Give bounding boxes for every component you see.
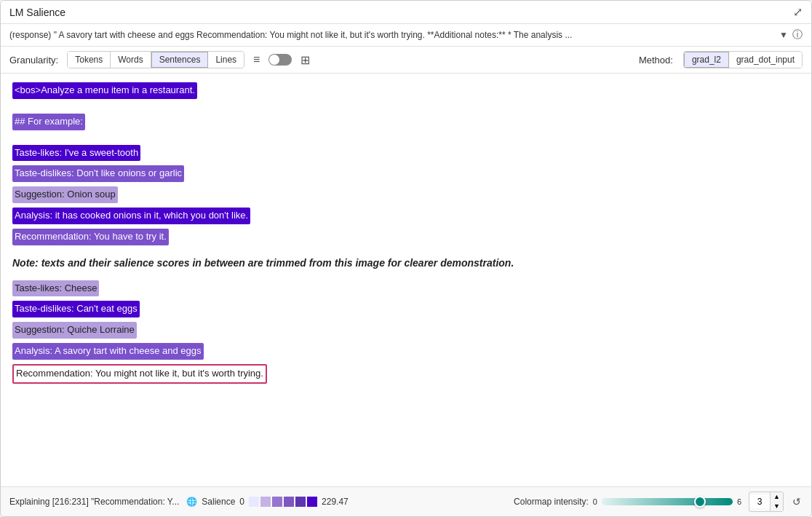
sentence-3[interactable]: Taste-likes: I've a sweet-tooth <box>12 145 140 162</box>
response-text: (response) " A savory tart with cheese a… <box>9 30 775 40</box>
toggle-switch[interactable] <box>268 54 292 66</box>
colormap-section: Colormap intensity: 0 6 <box>514 497 741 507</box>
globe-icon: 🌐 <box>186 497 197 507</box>
tab-lines[interactable]: Lines <box>208 52 244 68</box>
sentence-line-3: Taste-likes: I've a sweet-tooth <box>12 145 800 162</box>
sentence-line-11: Analysis: A savory tart with cheese and … <box>12 343 800 360</box>
sentence-line-6: Analysis: it has cooked onions in it, wh… <box>12 208 800 224</box>
window-title: LM Salience <box>9 7 65 18</box>
sentence-9[interactable]: Taste-dislikes: Can't eat eggs <box>12 301 140 317</box>
sentence-6[interactable]: Analysis: it has cooked onions in it, wh… <box>12 208 250 224</box>
sentence-7[interactable]: Recommendation: You have to try it. <box>12 229 169 245</box>
colormap-bar <box>602 498 733 505</box>
controls-bar: Granularity: Tokens Words Sentences Line… <box>1 47 811 74</box>
salience-label: Salience <box>202 497 235 507</box>
sentence-10[interactable]: Suggestion: Quiche Lorraine <box>12 322 137 339</box>
swatch-3 <box>272 497 282 507</box>
swatch-5 <box>295 497 306 507</box>
colormap-thumb[interactable] <box>694 496 706 508</box>
sentence-line-1: <bos>Analyze a menu item in a restaurant… <box>12 82 800 99</box>
expand-icon[interactable]: ⤢ <box>793 5 803 19</box>
stepper-input[interactable] <box>749 495 770 508</box>
colormap-min: 0 <box>593 497 597 506</box>
divider-note: Note: texts and their salience scores in… <box>12 257 800 269</box>
stepper-down[interactable]: ▼ <box>771 502 783 511</box>
stepper[interactable]: ▲ ▼ <box>749 492 784 512</box>
tab-tokens[interactable]: Tokens <box>68 52 111 68</box>
main-window: LM Salience ⤢ (response) " A savory tart… <box>0 0 812 517</box>
tab-sentences[interactable]: Sentences <box>151 52 209 68</box>
sentence-4[interactable]: Taste-dislikes: Don't like onions or gar… <box>12 165 184 182</box>
sentence-line-8: Taste-likes: Cheese <box>12 280 800 297</box>
reset-button[interactable]: ↺ <box>791 494 803 509</box>
colormap-max: 6 <box>737 497 741 506</box>
sentence-12[interactable]: Recommendation: You might not like it, b… <box>12 364 267 384</box>
method-label: Method: <box>639 55 673 66</box>
sentence-line-12: Recommendation: You might not like it, b… <box>12 364 800 384</box>
toggle-container <box>268 54 292 66</box>
stepper-up[interactable]: ▲ <box>771 492 783 502</box>
title-bar: LM Salience ⤢ <box>1 1 811 24</box>
colormap-label: Colormap intensity: <box>514 497 589 507</box>
swatch-1 <box>249 497 259 507</box>
response-bar: (response) " A savory tart with cheese a… <box>1 24 811 47</box>
granularity-tabs: Tokens Words Sentences Lines <box>67 51 244 68</box>
sentence-line-10: Suggestion: Quiche Lorraine <box>12 322 800 339</box>
granularity-label: Granularity: <box>9 55 58 66</box>
method-grad-dot-input[interactable]: grad_dot_input <box>729 52 802 68</box>
main-content: <bos>Analyze a menu item in a restaurant… <box>1 74 811 486</box>
status-bar: Explaining [216:231] "Recommendation: Y.… <box>1 486 811 516</box>
sentence-line-2: ## For example: <box>12 114 800 130</box>
salience-min: 0 <box>239 497 244 507</box>
salience-section: 🌐 Salience 0 229.47 <box>186 497 348 507</box>
sentence-8[interactable]: Taste-likes: Cheese <box>12 280 99 297</box>
tab-words[interactable]: Words <box>111 52 151 68</box>
sentence-2[interactable]: ## For example: <box>12 114 85 130</box>
sentence-line-7: Recommendation: You have to try it. <box>12 229 800 245</box>
swatch-6 <box>307 497 317 507</box>
explaining-text: Explaining [216:231] "Recommendation: Y.… <box>9 497 179 507</box>
swatch-4 <box>284 497 294 507</box>
list-icon[interactable]: ≡ <box>250 52 263 68</box>
sentence-line-4: Taste-dislikes: Don't like onions or gar… <box>12 165 800 182</box>
colormap-slider[interactable] <box>602 497 733 507</box>
help-icon[interactable]: ⓘ <box>792 28 803 42</box>
salience-max: 229.47 <box>322 497 349 507</box>
sentence-1[interactable]: <bos>Analyze a menu item in a restaurant… <box>12 82 197 99</box>
sentence-11[interactable]: Analysis: A savory tart with cheese and … <box>12 343 204 360</box>
method-grad-l2[interactable]: grad_l2 <box>684 52 729 68</box>
salience-swatches <box>249 497 317 507</box>
sentence-line-9: Taste-dislikes: Can't eat eggs <box>12 301 800 317</box>
method-tabs: grad_l2 grad_dot_input <box>683 51 803 68</box>
response-dropdown-icon[interactable]: ▼ <box>779 30 788 40</box>
grid-icon[interactable]: ⊞ <box>298 52 313 68</box>
sentence-5[interactable]: Suggestion: Onion soup <box>12 186 118 203</box>
swatch-2 <box>260 497 271 507</box>
stepper-buttons: ▲ ▼ <box>770 492 783 511</box>
sentence-line-5: Suggestion: Onion soup <box>12 186 800 203</box>
